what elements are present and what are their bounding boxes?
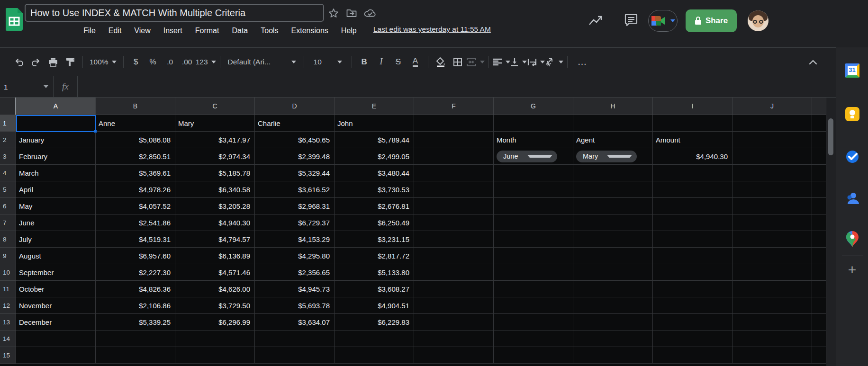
cell-C1[interactable]: Mary [175,115,255,132]
contacts-icon[interactable] [844,190,860,206]
cell-H10[interactable] [573,264,653,281]
row-header-2[interactable]: 2 [0,132,16,148]
cell-overflow-3[interactable] [812,148,826,165]
cell-I9[interactable] [653,248,732,264]
cell-I3[interactable]: $4,940.30 [653,148,732,165]
merge-cells-icon[interactable] [466,54,485,71]
cell-E8[interactable]: $3,231.15 [335,231,414,248]
menu-view[interactable]: View [134,27,150,35]
cell-J9[interactable] [732,248,812,264]
cell-B2[interactable]: $5,086.08 [96,132,175,148]
text-wrap-icon[interactable] [527,54,545,71]
col-header-H[interactable]: H [573,98,653,115]
maps-icon[interactable] [844,231,860,247]
cell-overflow-1[interactable] [812,115,826,132]
redo-icon[interactable] [27,54,45,71]
cell-F8[interactable] [414,231,494,248]
col-header-J[interactable]: J [732,98,812,115]
cell-A3[interactable]: February [16,148,96,165]
cell-A11[interactable]: October [16,281,96,297]
row-header-7[interactable]: 7 [0,214,16,231]
cell-G5[interactable] [494,181,573,198]
menu-file[interactable]: File [83,27,96,35]
cell-B11[interactable]: $4,826.36 [96,281,175,297]
cell-F13[interactable] [414,314,494,330]
text-rotation-icon[interactable] [545,54,563,71]
cell-D10[interactable]: $2,356.65 [255,264,335,281]
cell-A2[interactable]: January [16,132,96,148]
cell-B10[interactable]: $2,227.30 [96,264,175,281]
row-header-13[interactable]: 13 [0,314,16,330]
formula-input[interactable] [78,76,836,97]
cell-H3[interactable]: Mary [573,148,653,165]
cell-overflow-9[interactable] [812,248,826,264]
cell-E14[interactable] [335,330,414,347]
menu-extensions[interactable]: Extensions [291,27,328,35]
cell-G6[interactable] [494,198,573,214]
cloud-saved-icon[interactable] [364,8,375,19]
cell-B6[interactable]: $4,057.52 [96,198,175,214]
number-format-button[interactable]: 123 [196,54,216,71]
cell-G12[interactable] [494,297,573,314]
cell-overflow-6[interactable] [812,198,826,214]
format-percent-button[interactable]: % [145,54,162,71]
cell-D14[interactable] [255,330,335,347]
cell-A10[interactable]: September [16,264,96,281]
row-header-6[interactable]: 6 [0,198,16,214]
paint-format-icon[interactable] [62,54,79,71]
cell-A8[interactable]: July [16,231,96,248]
cell-F12[interactable] [414,297,494,314]
menu-help[interactable]: Help [341,27,357,35]
cell-A12[interactable]: November [16,297,96,314]
cell-H14[interactable] [573,330,653,347]
cell-C7[interactable]: $4,940.30 [175,214,255,231]
collapse-toolbar-icon[interactable] [805,54,822,71]
vertical-align-icon[interactable] [510,54,527,71]
font-size-select[interactable]: 10 [308,54,348,71]
cell-A9[interactable]: August [16,248,96,264]
cell-H6[interactable] [573,198,653,214]
cell-C3[interactable]: $2,974.34 [175,148,255,165]
cell-I1[interactable] [653,115,732,132]
col-header-I[interactable]: I [653,98,732,115]
row-header-12[interactable]: 12 [0,297,16,314]
cell-A6[interactable]: May [16,198,96,214]
col-header-C[interactable]: C [175,98,255,115]
cell-J1[interactable] [732,115,812,132]
cell-A5[interactable]: April [16,181,96,198]
cell-D9[interactable]: $4,295.80 [255,248,335,264]
cell-E10[interactable]: $5,133.80 [335,264,414,281]
cell-J5[interactable] [732,181,812,198]
cell-H8[interactable] [573,231,653,248]
calendar-icon[interactable]: 31 [844,62,860,79]
cell-overflow-11[interactable] [812,281,826,297]
cell-C10[interactable]: $4,571.46 [175,264,255,281]
col-header-overflow[interactable] [812,98,826,115]
scrollbar-thumb[interactable] [828,118,833,155]
font-select[interactable]: Default (Ari... [224,54,300,71]
cell-G4[interactable] [494,165,573,181]
cell-C13[interactable]: $6,296.99 [175,314,255,330]
cell-F6[interactable] [414,198,494,214]
col-header-D[interactable]: D [255,98,335,115]
cell-D4[interactable]: $5,329.44 [255,165,335,181]
select-all-corner[interactable] [0,98,16,115]
cell-B13[interactable]: $5,339.25 [96,314,175,330]
cell-C12[interactable]: $3,729.50 [175,297,255,314]
row-header-11[interactable]: 11 [0,281,16,297]
format-currency-button[interactable]: $ [127,54,145,71]
cell-I4[interactable] [653,165,732,181]
cell-E11[interactable]: $3,608.27 [335,281,414,297]
more-toolbar-button[interactable]: … [571,54,594,71]
cell-A4[interactable]: March [16,165,96,181]
row-header-14[interactable]: 14 [0,330,16,347]
cell-J4[interactable] [732,165,812,181]
cell-H4[interactable] [573,165,653,181]
cell-H11[interactable] [573,281,653,297]
cell-B3[interactable]: $2,850.51 [96,148,175,165]
cell-F2[interactable] [414,132,494,148]
cell-I10[interactable] [653,264,732,281]
cell-A7[interactable]: June [16,214,96,231]
row-header-10[interactable]: 10 [0,264,16,281]
cell-G14[interactable] [494,330,573,347]
